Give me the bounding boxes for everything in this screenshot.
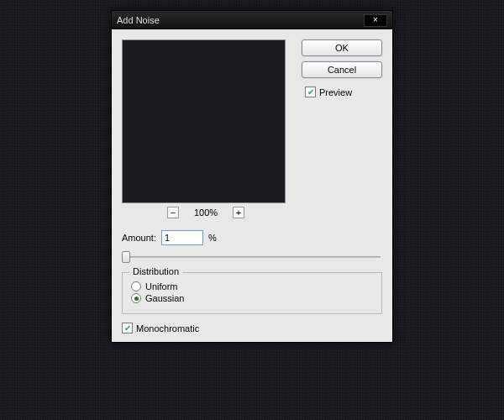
radio-gaussian[interactable]: Gaussian: [131, 293, 373, 303]
ok-button[interactable]: OK: [302, 39, 382, 56]
zoom-out-button[interactable]: −: [167, 207, 179, 218]
radio-icon: [131, 293, 141, 303]
checkbox-icon: ✔: [122, 323, 133, 333]
monochromatic-checkbox[interactable]: ✔ Monochromatic: [122, 323, 382, 333]
preview-image[interactable]: [122, 39, 286, 203]
zoom-level: 100%: [194, 207, 218, 218]
preview-checkbox[interactable]: ✔ Preview: [305, 87, 382, 97]
dialog-title: Add Noise: [117, 15, 364, 25]
add-noise-dialog: Add Noise × − 100% + OK: [111, 10, 393, 343]
amount-label: Amount:: [122, 233, 156, 243]
radio-dot-icon: [134, 297, 139, 301]
uniform-label: Uniform: [145, 281, 178, 291]
plus-icon: +: [236, 208, 241, 218]
close-button[interactable]: ×: [364, 14, 387, 27]
amount-input[interactable]: [161, 230, 203, 245]
titlebar[interactable]: Add Noise ×: [112, 11, 392, 29]
amount-unit: %: [208, 233, 217, 243]
preview-label: Preview: [319, 87, 352, 97]
close-icon: ×: [373, 16, 378, 24]
zoom-in-button[interactable]: +: [233, 207, 244, 218]
radio-icon: [131, 281, 141, 291]
gaussian-label: Gaussian: [145, 293, 184, 303]
slider-track: [123, 256, 381, 258]
monochromatic-label: Monochromatic: [136, 323, 199, 333]
ok-label: OK: [335, 43, 349, 53]
radio-uniform[interactable]: Uniform: [131, 281, 373, 291]
cancel-label: Cancel: [328, 65, 356, 75]
distribution-legend: Distribution: [129, 266, 182, 276]
slider-thumb[interactable]: [122, 251, 130, 263]
distribution-group: Distribution Uniform Gaussian: [122, 272, 382, 314]
cancel-button[interactable]: Cancel: [302, 61, 382, 78]
dialog-body: − 100% + OK Cancel ✔ Preview: [112, 29, 392, 342]
amount-slider[interactable]: [122, 250, 382, 264]
minus-icon: −: [171, 208, 176, 218]
checkbox-icon: ✔: [305, 87, 316, 97]
